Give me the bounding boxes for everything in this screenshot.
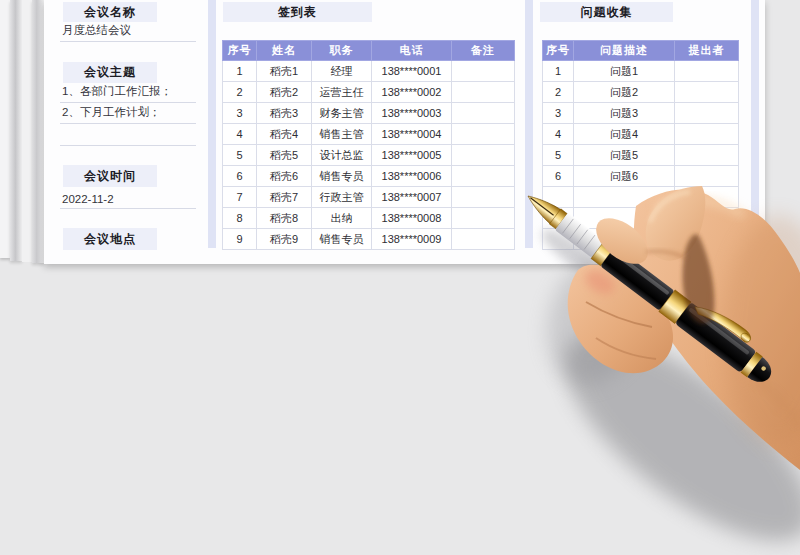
- column-header: 序号: [223, 41, 257, 61]
- table-cell: 6: [223, 166, 257, 187]
- table-cell: 3: [543, 103, 574, 124]
- table-cell: [452, 187, 515, 208]
- table-cell: 问题6: [574, 166, 675, 187]
- table-cell: 稻壳7: [257, 187, 312, 208]
- table-cell: [675, 166, 739, 187]
- table-row: 6稻壳6销售专员138****0006: [223, 166, 515, 187]
- table-cell: 1: [543, 61, 574, 82]
- table-cell: [675, 208, 739, 229]
- table-cell: [452, 145, 515, 166]
- table-cell: [675, 145, 739, 166]
- table-cell: 问题5: [574, 145, 675, 166]
- table-row: 2问题2: [543, 82, 739, 103]
- table-cell: 2: [543, 82, 574, 103]
- stacked-page-edge: [32, 0, 44, 263]
- meeting-topic-line: 2、下月工作计划；: [60, 103, 196, 124]
- table-cell: 8: [223, 208, 257, 229]
- table-row: 6问题6: [543, 166, 739, 187]
- pen-finial-ring: [741, 352, 763, 378]
- wrist-crease: [756, 378, 800, 424]
- meeting-topic-title: 会议主题: [63, 62, 157, 83]
- table-cell: 5: [223, 145, 257, 166]
- table-cell: 稻壳2: [257, 82, 312, 103]
- meeting-name-value: 月度总结会议: [60, 22, 196, 42]
- column-header: 电话: [372, 41, 452, 61]
- table-cell: [675, 187, 739, 208]
- finger-pressure-tint: [581, 265, 619, 298]
- questions-table: 序号问题描述提出者1问题12问题23问题34问题45问题56问题6: [542, 40, 739, 250]
- table-cell: 138****0007: [372, 187, 452, 208]
- signin-title: 签到表: [223, 2, 372, 22]
- questions-title: 问题收集: [540, 2, 673, 22]
- table-cell: 138****0002: [372, 82, 452, 103]
- meeting-name-title: 会议名称: [63, 2, 157, 22]
- finger-crease: [596, 338, 656, 359]
- column-divider: [751, 0, 759, 248]
- table-cell: 问题2: [574, 82, 675, 103]
- table-cell: [452, 124, 515, 145]
- table-cell: 出纳: [312, 208, 372, 229]
- table-cell: [543, 229, 574, 250]
- table-cell: [675, 61, 739, 82]
- spreadsheet-sheet: 会议名称 月度总结会议 会议主题 1、各部门工作汇报； 2、下月工作计划； 会议…: [44, 0, 765, 264]
- table-cell: 问题1: [574, 61, 675, 82]
- table-cell: 销售专员: [312, 229, 372, 250]
- questions-panel: 问题收集 序号问题描述提出者1问题12问题23问题34问题45问题56问题6: [540, 0, 740, 264]
- table-row: [543, 208, 739, 229]
- meeting-topic-line: [60, 124, 196, 146]
- column-header: 职务: [312, 41, 372, 61]
- table-row: 4稻壳4销售主管138****0004: [223, 124, 515, 145]
- table-cell: 销售专员: [312, 166, 372, 187]
- table-cell: 6: [543, 166, 574, 187]
- table-cell: 4: [223, 124, 257, 145]
- table-cell: 稻壳4: [257, 124, 312, 145]
- table-cell: [675, 229, 739, 250]
- table-cell: 稻壳8: [257, 208, 312, 229]
- table-cell: [675, 103, 739, 124]
- table-row: 5问题5: [543, 145, 739, 166]
- table-cell: [574, 208, 675, 229]
- column-header: 提出者: [675, 41, 739, 61]
- stacked-page-edge: [10, 0, 22, 261]
- table-cell: 运营主任: [312, 82, 372, 103]
- table-cell: [452, 166, 515, 187]
- stacked-page-edge: [0, 0, 10, 258]
- pen-finial: [747, 357, 776, 388]
- table-cell: 138****0004: [372, 124, 452, 145]
- curled-fingers: [568, 265, 673, 374]
- column-header: 备注: [452, 41, 515, 61]
- table-cell: [452, 229, 515, 250]
- table-cell: [452, 61, 515, 82]
- table-cell: 稻壳3: [257, 103, 312, 124]
- table-row: 3稻壳3财务主管138****0003: [223, 103, 515, 124]
- meeting-time-value: 2022-11-2: [60, 187, 196, 209]
- column-divider: [525, 0, 533, 248]
- table-row: 9稻壳9销售专员138****0009: [223, 229, 515, 250]
- table-cell: [452, 208, 515, 229]
- table-cell: 稻壳6: [257, 166, 312, 187]
- table-cell: 稻壳1: [257, 61, 312, 82]
- table-cell: 问题4: [574, 124, 675, 145]
- signin-table: 序号姓名职务电话备注1稻壳1经理138****00012稻壳2运营主任138**…: [222, 40, 515, 250]
- table-cell: 1: [223, 61, 257, 82]
- table-row: [543, 187, 739, 208]
- table-cell: [452, 82, 515, 103]
- signin-panel: 签到表 序号姓名职务电话备注1稻壳1经理138****00012稻壳2运营主任1…: [222, 0, 514, 264]
- table-row: 8稻壳8出纳138****0008: [223, 208, 515, 229]
- table-cell: 行政主管: [312, 187, 372, 208]
- pen-clip-ball: [739, 331, 752, 343]
- table-cell: 财务主管: [312, 103, 372, 124]
- table-row: 4问题4: [543, 124, 739, 145]
- pen-cap: [675, 302, 757, 373]
- table-cell: 138****0003: [372, 103, 452, 124]
- stacked-page-edge: [22, 0, 32, 262]
- pen-finial-glint: [761, 365, 767, 371]
- table-cell: 138****0001: [372, 61, 452, 82]
- table-cell: 9: [223, 229, 257, 250]
- pen-clip: [693, 297, 754, 348]
- hand-shadow: [530, 222, 800, 555]
- table-row: [543, 229, 739, 250]
- table-cell: 4: [543, 124, 574, 145]
- table-cell: 3: [223, 103, 257, 124]
- meeting-topic-line: 1、各部门工作汇报；: [60, 83, 196, 103]
